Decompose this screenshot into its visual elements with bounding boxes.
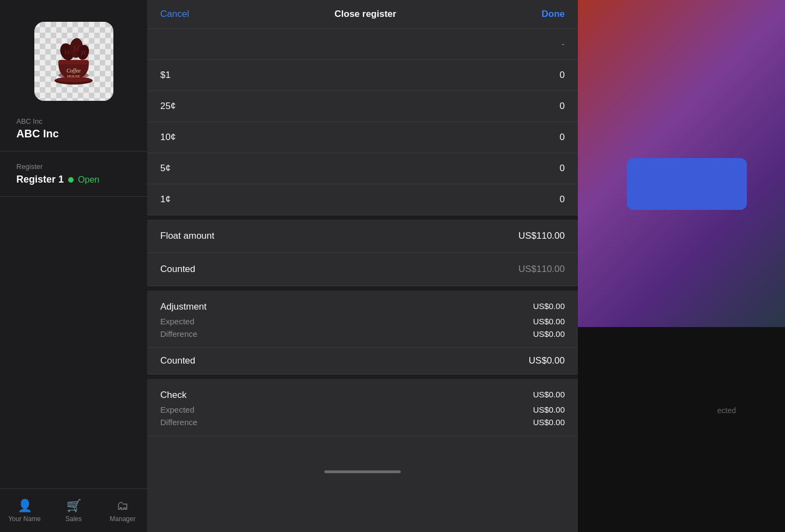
register-label: Register	[16, 162, 131, 171]
blue-card	[627, 158, 747, 210]
quarter-label: 25¢	[160, 101, 176, 112]
adjustment-difference-row: Difference US$0.00	[147, 329, 578, 347]
check-section: Check US$0.00 Expected US$0.00 Differenc…	[147, 379, 578, 436]
nickel-label: 5¢	[160, 163, 171, 174]
done-button[interactable]: Done	[542, 9, 565, 20]
quarter-row[interactable]: 25¢ 0	[147, 91, 578, 122]
check-difference-row: Difference US$0.00	[147, 418, 578, 436]
company-info: ABC Inc ABC Inc	[0, 117, 147, 151]
manager-label: Manager	[110, 515, 135, 523]
register-status: Open	[78, 175, 99, 185]
dollar-1-value: 0	[560, 70, 565, 81]
register-info: Register Register 1 Open	[0, 152, 147, 196]
adjustment-difference-value: US$0.00	[533, 329, 565, 338]
counted-cash-row: Counted US$110.00	[147, 253, 578, 286]
adjustment-expected-display: US$0.00	[533, 317, 565, 326]
status-dot	[68, 177, 74, 183]
spacer-3	[147, 374, 578, 379]
check-expected-value-top: US$0.00	[533, 390, 565, 399]
company-name: ABC Inc	[16, 128, 131, 140]
right-expected-label: ected	[717, 406, 736, 415]
nickel-value: 0	[560, 163, 565, 174]
home-indicator	[324, 470, 401, 473]
partial-value: -	[561, 39, 565, 50]
quarter-value: 0	[560, 101, 565, 112]
dime-row[interactable]: 10¢ 0	[147, 122, 578, 153]
adjustment-label: Adjustment	[160, 301, 207, 312]
float-amount-row: Float amount US$110.00	[147, 220, 578, 253]
sales-label: Sales	[65, 515, 82, 523]
partial-top-row: -	[147, 29, 578, 60]
your-name-icon: 👤	[17, 499, 32, 513]
penny-row[interactable]: 1¢ 0	[147, 184, 578, 215]
modal-header: Cancel Close register Done	[147, 0, 578, 29]
manager-icon: 🗂	[117, 499, 129, 513]
modal-content: - $1 0 25¢ 0 10¢ 0 5¢ 0 1¢ 0 Flo	[147, 29, 578, 532]
check-main-row: Check US$0.00	[147, 379, 578, 405]
counted-cash-value: US$110.00	[518, 264, 565, 275]
float-amount-label: Float amount	[160, 231, 214, 241]
check-difference-value: US$0.00	[533, 418, 565, 427]
company-logo: Coffee HOUSE	[34, 22, 113, 101]
close-register-modal: Cancel Close register Done - $1 0 25¢ 0 …	[147, 0, 578, 532]
check-expected-row: Expected US$0.00	[147, 405, 578, 418]
register-name: Register 1	[16, 174, 64, 185]
nickel-row[interactable]: 5¢ 0	[147, 153, 578, 184]
sales-icon: 🛒	[67, 499, 81, 513]
tab-your-name[interactable]: 👤 Your Name	[0, 499, 49, 523]
adjustment-expected-label: Expected	[160, 317, 195, 326]
check-difference-label: Difference	[160, 418, 197, 427]
dime-value: 0	[560, 132, 565, 143]
adjustment-counted-label: Counted	[160, 355, 195, 366]
modal-title: Close register	[335, 9, 396, 20]
check-label: Check	[160, 390, 186, 401]
tab-manager[interactable]: 🗂 Manager	[98, 499, 147, 523]
penny-value: 0	[560, 194, 565, 205]
spacer-2	[147, 286, 578, 291]
bottom-navigation: 👤 Your Name 🛒 Sales 🗂 Manager	[0, 488, 147, 532]
check-expected-label: Expected	[160, 405, 195, 414]
tab-sales[interactable]: 🛒 Sales	[49, 499, 98, 523]
adjustment-main-row: Adjustment US$0.00	[147, 291, 578, 317]
your-name-label: Your Name	[8, 515, 41, 523]
sidebar: Coffee HOUSE ABC Inc ABC Inc Register Re…	[0, 0, 147, 532]
svg-rect-1	[58, 60, 89, 64]
adjustment-counted-value: US$0.00	[529, 355, 565, 366]
check-values: US$0.00	[533, 390, 565, 399]
logo-area: Coffee HOUSE	[0, 0, 147, 117]
svg-text:Coffee: Coffee	[67, 68, 81, 74]
cancel-button[interactable]: Cancel	[160, 9, 189, 20]
adjustment-counted-row: Counted US$0.00	[147, 348, 578, 374]
penny-label: 1¢	[160, 194, 171, 205]
counted-cash-label: Counted	[160, 264, 195, 275]
check-expected-display: US$0.00	[533, 405, 565, 414]
adjustment-expected-value: US$0.00	[533, 301, 565, 311]
register-value: Register 1 Open	[16, 174, 131, 185]
float-amount-value: US$110.00	[518, 231, 565, 241]
dime-label: 10¢	[160, 132, 176, 143]
dollar-1-row[interactable]: $1 0	[147, 60, 578, 91]
adjustment-difference-label: Difference	[160, 329, 197, 338]
adjustment-values: US$0.00	[533, 301, 565, 311]
adjustment-section: Adjustment US$0.00 Expected US$0.00 Diff…	[147, 291, 578, 348]
home-indicator-area	[147, 436, 578, 480]
coffee-logo-svg: Coffee HOUSE	[46, 33, 101, 90]
adjustment-expected-row: Expected US$0.00	[147, 317, 578, 329]
dollar-1-label: $1	[160, 70, 171, 81]
company-label: ABC Inc	[16, 117, 131, 125]
svg-text:HOUSE: HOUSE	[67, 74, 80, 78]
spacer-1	[147, 215, 578, 220]
